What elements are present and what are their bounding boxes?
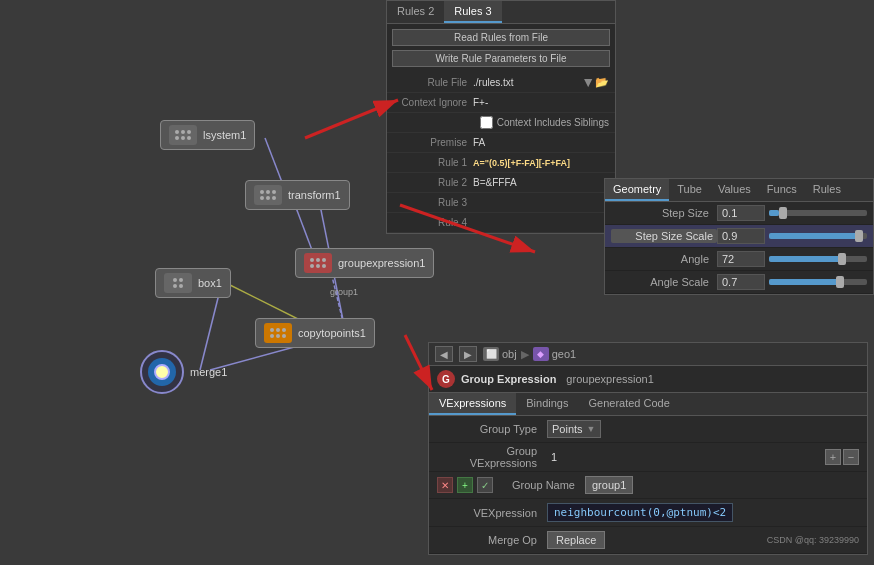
- groupexpression1-icon: [304, 253, 332, 273]
- rule-file-row: Rule File ./rules.txt ▼ 📂: [387, 72, 615, 93]
- merge-op-value[interactable]: Replace: [547, 531, 605, 549]
- context-includes-row: Context Includes Siblings: [387, 113, 615, 133]
- breadcrumb-geo1[interactable]: ◆ geo1: [533, 347, 576, 361]
- step-size-scale-slider[interactable]: [769, 233, 867, 239]
- rule-file-value: ./rules.txt: [473, 77, 577, 88]
- transform1-label: transform1: [288, 189, 341, 201]
- bindings-tab[interactable]: Bindings: [516, 393, 578, 415]
- watermark-text: CSDN @qq: 39239990: [767, 535, 859, 545]
- group-vex-row: Group VExpressions 1 + −: [429, 443, 867, 472]
- obj-icon: ⬜: [483, 347, 499, 361]
- geo-panel: Geometry Tube Values Funcs Rules Step Si…: [604, 178, 874, 295]
- group-type-arrow: ▼: [587, 424, 596, 434]
- angle-slider[interactable]: [769, 256, 867, 262]
- step-size-scale-row: Step Size Scale 0.9: [605, 225, 873, 248]
- context-ignore-value: F+-: [473, 97, 609, 108]
- angle-scale-slider-thumb: [836, 276, 844, 288]
- box1-node[interactable]: box1: [155, 268, 231, 298]
- transform1-icon: [254, 185, 282, 205]
- angle-scale-label: Angle Scale: [611, 276, 717, 288]
- breadcrumb-obj[interactable]: ⬜ obj: [483, 347, 517, 361]
- values-tab[interactable]: Values: [710, 179, 759, 201]
- vex-delete-btn[interactable]: ✕: [437, 477, 453, 493]
- nav-back-btn[interactable]: ◀: [435, 346, 453, 362]
- group-name-field[interactable]: group1: [585, 476, 633, 494]
- rule-file-browse-icon[interactable]: ▼: [581, 74, 595, 90]
- copytopoints1-node[interactable]: copytopoints1: [255, 318, 375, 348]
- rules-panel-tabs: Rules 2 Rules 3: [387, 1, 615, 24]
- group-panel-tabs: VExpressions Bindings Generated Code: [429, 393, 867, 416]
- angle-scale-value[interactable]: 0.7: [717, 274, 765, 290]
- vex-add-btn[interactable]: +: [457, 477, 473, 493]
- context-includes-label: Context Includes Siblings: [497, 117, 609, 128]
- vex-item-row: ✕ + ✓ Group Name group1: [429, 472, 867, 499]
- angle-label: Angle: [611, 253, 717, 265]
- merge-op-row: Merge Op Replace CSDN @qq: 39239990: [429, 527, 867, 554]
- vex-plus-btn[interactable]: +: [825, 449, 841, 465]
- lsystem1-label: lsystem1: [203, 129, 246, 141]
- step-size-scale-slider-thumb: [855, 230, 863, 242]
- rules-tab[interactable]: Rules: [805, 179, 849, 201]
- geo1-icon: ◆: [533, 347, 549, 361]
- context-includes-checkbox[interactable]: [480, 116, 493, 129]
- vex-expression-field[interactable]: neighbourcount(0,@ptnum)<2: [547, 503, 733, 522]
- angle-scale-row: Angle Scale 0.7: [605, 271, 873, 294]
- breadcrumb-obj-label: obj: [502, 348, 517, 360]
- geometry-tab[interactable]: Geometry: [605, 179, 669, 201]
- rule-file-label: Rule File: [393, 77, 473, 88]
- step-size-label: Step Size: [611, 207, 717, 219]
- angle-value[interactable]: 72: [717, 251, 765, 267]
- nav-fwd-btn[interactable]: ▶: [459, 346, 477, 362]
- rules3-tab[interactable]: Rules 3: [444, 1, 501, 23]
- angle-slider-thumb: [838, 253, 846, 265]
- rule1-label: Rule 1: [393, 157, 473, 168]
- premise-label: Premise: [393, 137, 473, 148]
- step-size-scale-slider-fill: [769, 233, 857, 239]
- premise-value: FA: [473, 137, 609, 148]
- group-panel-header: ◀ ▶ ⬜ obj ▶ ◆ geo1: [429, 343, 867, 366]
- group-type-value: Points: [552, 423, 583, 435]
- rule4-label: Rule 4: [393, 217, 473, 228]
- context-ignore-row: Context Ignore F+-: [387, 93, 615, 113]
- group-vex-value: 1: [551, 451, 557, 463]
- step-size-slider[interactable]: [769, 210, 867, 216]
- tube-tab[interactable]: Tube: [669, 179, 710, 201]
- merge1-node[interactable]: merge1: [140, 350, 227, 394]
- step-size-row: Step Size 0.1: [605, 202, 873, 225]
- vexpressions-tab[interactable]: VExpressions: [429, 393, 516, 415]
- context-ignore-label: Context Ignore: [393, 97, 473, 108]
- merge1-label: merge1: [190, 366, 227, 378]
- group-panel: ◀ ▶ ⬜ obj ▶ ◆ geo1 G Group Expression gr…: [428, 342, 868, 555]
- vex-plus-minus: + −: [825, 449, 859, 465]
- geo-panel-tabs: Geometry Tube Values Funcs Rules: [605, 179, 873, 202]
- angle-scale-slider[interactable]: [769, 279, 867, 285]
- rules-panel: Rules 2 Rules 3 Read Rules from File Wri…: [386, 0, 616, 234]
- group-type-label: Group Type: [437, 423, 547, 435]
- read-rules-btn[interactable]: Read Rules from File: [392, 29, 610, 46]
- step-size-scale-label: Step Size Scale: [611, 229, 717, 243]
- transform1-node[interactable]: transform1: [245, 180, 350, 210]
- groupexpression1-node[interactable]: groupexpression1: [295, 248, 434, 278]
- write-rules-btn[interactable]: Write Rule Parameters to File: [392, 50, 610, 67]
- vex-check-btn[interactable]: ✓: [477, 477, 493, 493]
- step-size-value[interactable]: 0.1: [717, 205, 765, 221]
- copytopoints1-icon: [264, 323, 292, 343]
- group-type-select[interactable]: Points ▼: [547, 420, 601, 438]
- rule2-row: Rule 2 B=&FFFA: [387, 173, 615, 193]
- rules2-tab[interactable]: Rules 2: [387, 1, 444, 23]
- vex-minus-btn[interactable]: −: [843, 449, 859, 465]
- group-vex-label: Group VExpressions: [437, 445, 547, 469]
- step-size-scale-value[interactable]: 0.9: [717, 228, 765, 244]
- angle-row: Angle 72: [605, 248, 873, 271]
- groupexpression1-label: groupexpression1: [338, 257, 425, 269]
- premise-row: Premise FA: [387, 133, 615, 153]
- rule-file-open-icon[interactable]: 📂: [595, 76, 609, 89]
- lsystem1-node[interactable]: lsystem1: [160, 120, 255, 150]
- rule1-value: A="(0.5)[+F-FA][-F+FA]: [473, 158, 609, 168]
- rule1-row: Rule 1 A="(0.5)[+F-FA][-F+FA]: [387, 153, 615, 173]
- merge-op-label: Merge Op: [437, 534, 547, 546]
- generated-code-tab[interactable]: Generated Code: [578, 393, 679, 415]
- group-expr-icon: G: [437, 370, 455, 388]
- funcs-tab[interactable]: Funcs: [759, 179, 805, 201]
- rule2-value: B=&FFFA: [473, 177, 609, 188]
